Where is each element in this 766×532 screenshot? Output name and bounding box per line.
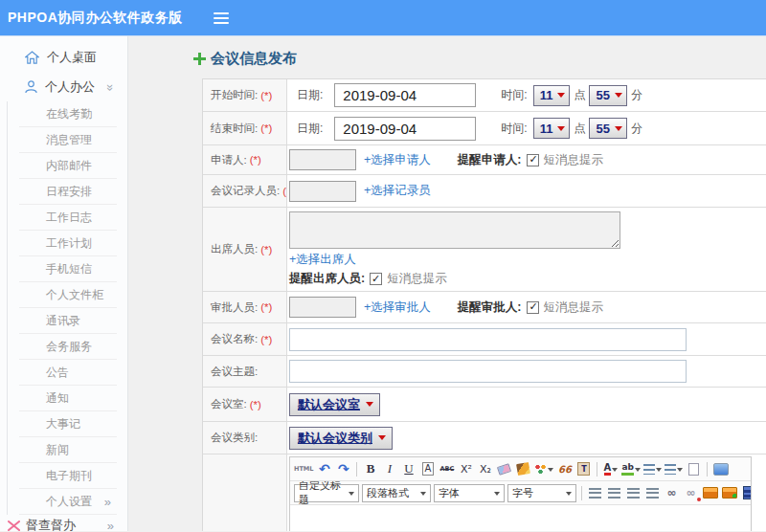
- sidebar-item-contacts[interactable]: 通讯录: [19, 308, 117, 334]
- choose-recorder-link[interactable]: +选择记录员: [364, 183, 431, 199]
- paste-text-icon[interactable]: [575, 461, 592, 477]
- subscript-icon[interactable]: X₂: [477, 461, 493, 477]
- bold-icon[interactable]: B: [362, 461, 378, 477]
- choose-approver-link[interactable]: +选择审批人: [364, 299, 431, 316]
- approver-input[interactable]: [289, 297, 356, 318]
- sidebar-item-schedule[interactable]: 日程安排: [19, 179, 117, 205]
- meeting-name-input[interactable]: [289, 328, 687, 351]
- color-palette-icon[interactable]: [534, 461, 553, 477]
- sidebar-item-office[interactable]: 个人办公: [0, 73, 127, 101]
- upload-image-icon[interactable]: [721, 485, 737, 501]
- unordered-list-icon[interactable]: [665, 461, 683, 477]
- required-mark: (*): [260, 334, 272, 345]
- font-size-select[interactable]: 字号: [507, 484, 576, 502]
- align-left-icon[interactable]: [587, 485, 603, 501]
- approver-row: 审批人员:(*) +选择审批人 提醒审批人: 短消息提示: [203, 292, 766, 323]
- paragraph-format-select[interactable]: 段落格式: [362, 484, 431, 502]
- sidebar-item-notice[interactable]: 通知: [19, 386, 117, 411]
- html-source-button[interactable]: HTML: [294, 461, 313, 477]
- align-right-icon[interactable]: [625, 485, 642, 501]
- end-time-row: 结束时间:(*) 日期: 时间: 11 点 55 分: [203, 112, 766, 145]
- time-label: 时间:: [501, 87, 527, 103]
- font-color-icon[interactable]: A: [602, 461, 619, 477]
- add-icon: [193, 53, 206, 65]
- ordered-list-icon[interactable]: [643, 461, 662, 477]
- eraser-icon[interactable]: [496, 461, 512, 477]
- dropdown-arrow-icon: [378, 435, 386, 440]
- required-mark: (*): [260, 244, 272, 255]
- start-date-input[interactable]: [334, 83, 476, 107]
- align-center-icon[interactable]: [606, 485, 622, 501]
- end-date-input[interactable]: [334, 117, 476, 141]
- font-family-select[interactable]: 字体: [434, 484, 505, 502]
- attendee-textarea[interactable]: [289, 211, 620, 249]
- meeting-form: 开始时间:(*) 日期: 时间: 11 点 55 分 结束时间:(*) 日期: …: [202, 78, 766, 531]
- time-label: 时间:: [501, 121, 527, 137]
- strikethrough-icon[interactable]: ABC: [439, 461, 455, 477]
- meeting-category-row: 会议类别: 默认会议类别: [203, 422, 766, 454]
- toolbar-separator: [356, 462, 357, 477]
- supervise-icon: [8, 521, 20, 531]
- redo-icon[interactable]: ↷: [335, 461, 351, 477]
- italic-icon[interactable]: I: [381, 461, 397, 477]
- sidebar-item-attendance[interactable]: 在线考勤: [19, 101, 117, 127]
- format-brush-icon[interactable]: [515, 461, 531, 477]
- sidebar-item-internal-mail[interactable]: 内部邮件: [19, 153, 117, 179]
- insert-media-icon[interactable]: [740, 485, 751, 501]
- sidebar-item-settings[interactable]: 个人设置: [19, 489, 117, 515]
- sidebar-item-file-cabinet[interactable]: 个人文件柜: [19, 282, 117, 308]
- font-border-icon[interactable]: A: [419, 461, 436, 477]
- start-minute-select[interactable]: 55: [589, 85, 626, 106]
- field-label: 结束时间:: [211, 122, 258, 136]
- sidebar-item-work-log[interactable]: 工作日志: [19, 205, 117, 231]
- dropdown-arrow-icon: [566, 492, 572, 499]
- sidebar-item-news[interactable]: 新闻: [19, 437, 117, 463]
- choose-applicant-link[interactable]: +选择申请人: [364, 152, 431, 168]
- sidebar-item-memorabilia[interactable]: 大事记: [19, 411, 117, 437]
- applicant-sms-checkbox[interactable]: [527, 154, 539, 166]
- menu-icon[interactable]: [214, 12, 229, 24]
- sidebar-item-work-plan[interactable]: 工作计划: [19, 231, 117, 256]
- remove-link-icon[interactable]: ∞: [683, 485, 699, 501]
- sidebar-item-supervise[interactable]: 督查督办: [0, 515, 127, 531]
- end-minute-select[interactable]: 55: [589, 118, 626, 139]
- meeting-category-select[interactable]: 默认会议类别: [289, 427, 393, 450]
- editor-toolbar-row-1: HTML ↶ ↷ B I U A ABC X² X₂: [290, 457, 751, 481]
- field-label: 开始时间:: [211, 88, 258, 102]
- date-label: 日期:: [297, 87, 323, 103]
- undo-icon[interactable]: ↶: [316, 461, 332, 477]
- choose-attendee-link[interactable]: +选择出席人: [289, 252, 356, 268]
- superscript-icon[interactable]: X²: [458, 461, 474, 477]
- end-hour-select[interactable]: 11: [533, 118, 571, 139]
- applicant-input[interactable]: [289, 149, 356, 170]
- underline-icon[interactable]: U: [400, 461, 417, 477]
- preview-icon[interactable]: [712, 461, 729, 477]
- highlight-color-icon[interactable]: ab: [621, 461, 641, 477]
- sidebar-item-desktop[interactable]: 个人桌面: [0, 42, 127, 73]
- editor-content-area[interactable]: [290, 505, 751, 531]
- start-hour-select[interactable]: 11: [533, 85, 571, 106]
- insert-link-icon[interactable]: ∞: [664, 485, 680, 501]
- sidebar-item-ejournal[interactable]: 电子期刊: [19, 463, 117, 489]
- sms-label: 短消息提示: [387, 271, 447, 287]
- required-mark: (*): [250, 399, 261, 410]
- sidebar-item-meeting-service[interactable]: 会务服务: [19, 334, 117, 360]
- sidebar-item-messages[interactable]: 消息管理: [19, 127, 117, 153]
- attendee-row: 出席人员:(*) +选择出席人 提醒出席人员: 短消息提示: [203, 208, 766, 292]
- sidebar-item-announcement[interactable]: 公告: [19, 360, 117, 386]
- blockquote-icon[interactable]: 66: [556, 461, 573, 477]
- dropdown-arrow-icon: [557, 93, 565, 98]
- heading-select[interactable]: 自定义标题: [294, 484, 359, 502]
- meeting-subject-input[interactable]: [289, 360, 687, 383]
- new-page-icon[interactable]: [686, 461, 702, 477]
- field-label: 审批人员:: [211, 300, 258, 315]
- approver-sms-checkbox[interactable]: [527, 301, 539, 314]
- align-justify-icon[interactable]: [644, 485, 661, 501]
- attendee-sms-checkbox[interactable]: [370, 273, 382, 285]
- insert-image-icon[interactable]: [702, 485, 718, 501]
- field-label: 出席人员:: [211, 242, 258, 256]
- sidebar-item-sms[interactable]: 手机短信: [19, 256, 117, 282]
- meeting-room-select[interactable]: 默认会议室: [289, 393, 380, 416]
- recorder-input[interactable]: [289, 181, 356, 202]
- chevron-right-icon: [107, 519, 114, 532]
